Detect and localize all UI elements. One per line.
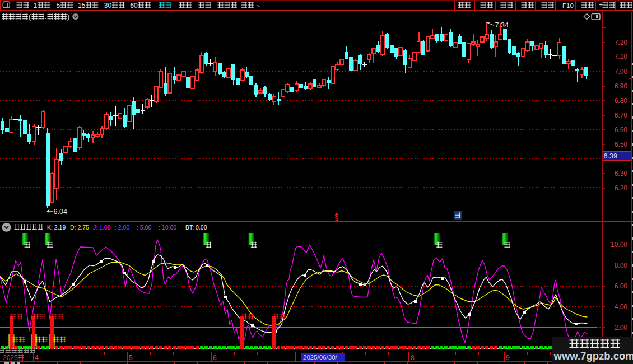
svg-text:4.00: 4.00	[615, 303, 628, 311]
svg-text:2025: 2025	[3, 354, 18, 362]
svg-text:9: 9	[506, 354, 510, 362]
svg-text:6.60: 6.60	[615, 126, 628, 134]
svg-text:7.34: 7.34	[495, 21, 509, 29]
svg-text:30: 30	[104, 2, 112, 10]
svg-text:4: 4	[35, 354, 39, 362]
svg-text:K: 2.19: K: 2.19	[47, 224, 66, 231]
svg-text:: 2.00: : 2.00	[115, 224, 129, 231]
svg-text:: 5.00: : 5.00	[137, 224, 151, 231]
svg-text:5: 5	[57, 2, 60, 10]
svg-text:7.00: 7.00	[615, 68, 628, 76]
svg-text:60: 60	[130, 2, 138, 10]
svg-text:.: .	[45, 13, 46, 21]
svg-text:BT: 0.00: BT: 0.00	[185, 224, 207, 231]
svg-text:F10: F10	[562, 2, 574, 9]
svg-text:6: 6	[213, 354, 217, 362]
svg-text:2025/06/30/—: 2025/06/30/—	[303, 354, 344, 361]
svg-text:6.04: 6.04	[54, 208, 67, 216]
svg-text:6.50: 6.50	[615, 141, 628, 148]
svg-text:7.10: 7.10	[615, 53, 628, 60]
svg-text:5: 5	[129, 354, 133, 362]
svg-text:8.00: 8.00	[615, 262, 628, 269]
svg-text:8: 8	[411, 354, 415, 362]
svg-text:15: 15	[78, 2, 86, 10]
svg-text:6.80: 6.80	[615, 97, 628, 105]
svg-text:(: (	[29, 13, 31, 21]
svg-text:S: S	[335, 216, 339, 222]
svg-text:10.00: 10.00	[611, 241, 627, 249]
svg-text:: 10.00: : 10.00	[159, 224, 176, 231]
svg-text:6.39: 6.39	[604, 152, 617, 160]
svg-text:1: 1	[33, 2, 37, 10]
svg-text:D: 2.75: D: 2.75	[70, 224, 89, 231]
svg-text:6.30: 6.30	[615, 170, 628, 178]
svg-text:): )	[67, 13, 69, 21]
svg-text:www.7gpzb.com: www.7gpzb.com	[553, 350, 633, 362]
svg-text:6.20: 6.20	[615, 184, 628, 192]
svg-text:7.20: 7.20	[615, 39, 628, 46]
svg-text:2.00: 2.00	[615, 324, 628, 332]
svg-text:+: +	[599, 1, 603, 9]
svg-text:＞: ＞	[255, 3, 261, 9]
svg-text:6.70: 6.70	[615, 111, 628, 119]
svg-text:J: 1.08: J: 1.08	[93, 224, 111, 231]
svg-text:6.90: 6.90	[615, 82, 628, 90]
svg-text:6.00: 6.00	[615, 282, 628, 290]
